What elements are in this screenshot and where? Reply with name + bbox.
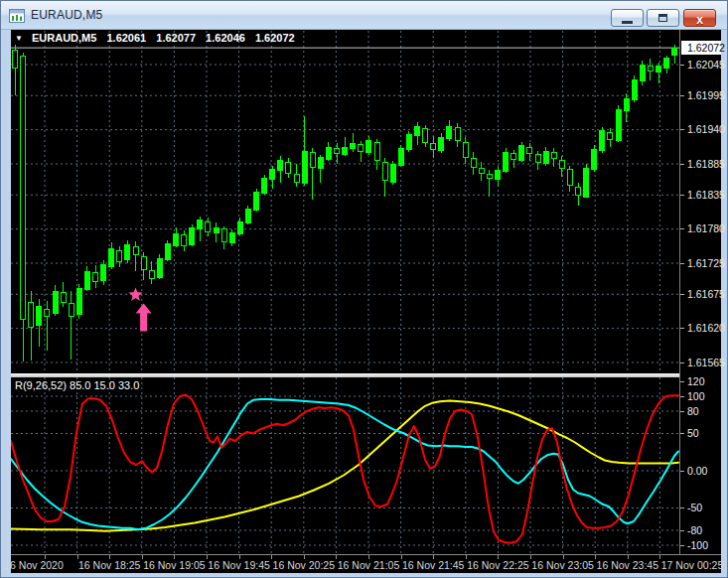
candle[interactable] xyxy=(511,153,516,159)
candle[interactable] xyxy=(214,227,218,232)
candle[interactable] xyxy=(182,235,187,246)
candle[interactable] xyxy=(504,152,509,171)
candle[interactable] xyxy=(535,155,540,163)
chevron-down-icon[interactable]: ▼ xyxy=(15,34,23,43)
candle[interactable] xyxy=(479,168,484,173)
price-scale[interactable]: 1.620451.619951.619401.618851.618351.617… xyxy=(680,30,721,554)
candle[interactable] xyxy=(463,142,468,157)
indicator-tick xyxy=(680,396,684,397)
candle[interactable] xyxy=(262,178,267,193)
indicator-tick xyxy=(680,530,684,531)
candle[interactable] xyxy=(221,229,226,242)
candle[interactable] xyxy=(326,147,331,159)
time-scale[interactable]: 16 Nov 202016 Nov 18:2516 Nov 19:0516 No… xyxy=(11,554,721,573)
indicator-pane[interactable] xyxy=(11,377,679,554)
candle[interactable] xyxy=(608,132,613,139)
candle[interactable] xyxy=(374,142,379,161)
candle[interactable] xyxy=(190,227,195,244)
candle[interactable] xyxy=(45,310,50,316)
candle[interactable] xyxy=(431,143,436,149)
candle[interactable] xyxy=(237,221,242,234)
candle[interactable] xyxy=(302,152,307,184)
candle[interactable] xyxy=(359,145,364,152)
candle[interactable] xyxy=(487,175,492,179)
candle[interactable] xyxy=(133,246,138,255)
candle[interactable] xyxy=(382,162,387,181)
candle[interactable] xyxy=(76,288,81,315)
candle[interactable] xyxy=(567,170,572,186)
indicator-label: R(9,26,52) 85.0 15.0 33.0 xyxy=(15,379,139,391)
candle[interactable] xyxy=(294,175,299,183)
candle[interactable] xyxy=(278,161,283,171)
candle[interactable] xyxy=(624,98,629,111)
candle[interactable] xyxy=(616,110,621,141)
candle[interactable] xyxy=(600,131,605,151)
candle[interactable] xyxy=(471,158,476,167)
candle[interactable] xyxy=(206,221,211,231)
candle[interactable] xyxy=(351,143,356,148)
candle[interactable] xyxy=(310,153,315,167)
candle[interactable] xyxy=(584,168,589,197)
candle[interactable] xyxy=(664,59,669,68)
candle[interactable] xyxy=(343,147,348,155)
candle[interactable] xyxy=(229,232,234,242)
candle[interactable] xyxy=(318,158,323,169)
close-button[interactable]: x xyxy=(683,9,716,27)
candle[interactable] xyxy=(415,127,420,136)
candle[interactable] xyxy=(174,234,179,246)
title-bar[interactable]: EURAUD,M5 x xyxy=(1,1,727,30)
candle[interactable] xyxy=(559,160,564,168)
candle[interactable] xyxy=(53,291,58,313)
candle[interactable] xyxy=(21,57,26,319)
candle[interactable] xyxy=(335,148,340,153)
main-price-chart[interactable] xyxy=(11,31,679,373)
candle[interactable] xyxy=(496,170,501,179)
candle[interactable] xyxy=(125,244,130,260)
candle[interactable] xyxy=(37,307,42,326)
candle[interactable] xyxy=(109,249,114,267)
candle[interactable] xyxy=(286,162,291,173)
candle[interactable] xyxy=(406,135,411,150)
candle[interactable] xyxy=(141,256,146,269)
open-value: 1.62061 xyxy=(106,32,146,44)
candle[interactable] xyxy=(101,265,106,281)
candle[interactable] xyxy=(640,65,645,81)
candle[interactable] xyxy=(527,147,532,153)
price-tick xyxy=(680,294,684,295)
candle[interactable] xyxy=(390,164,395,182)
candle[interactable] xyxy=(672,48,677,55)
candle[interactable] xyxy=(198,219,203,228)
candle[interactable] xyxy=(157,259,162,278)
candle[interactable] xyxy=(165,244,170,260)
candle[interactable] xyxy=(149,271,154,279)
chart-window: EURAUD,M5 x ▼ EURAUD,M5 1.62061 1.62077 … xyxy=(0,0,728,578)
candle[interactable] xyxy=(648,66,653,71)
candle[interactable] xyxy=(270,170,275,180)
candle[interactable] xyxy=(69,304,73,317)
candle[interactable] xyxy=(254,192,259,211)
candle[interactable] xyxy=(29,302,34,327)
candle[interactable] xyxy=(439,137,444,151)
candle[interactable] xyxy=(13,51,18,69)
candle[interactable] xyxy=(61,292,66,302)
indicator-axis-label: 120 xyxy=(687,375,705,387)
indicator-line-red xyxy=(11,395,678,543)
candle[interactable] xyxy=(423,128,428,142)
candle[interactable] xyxy=(543,152,548,164)
candle[interactable] xyxy=(245,210,250,223)
candle[interactable] xyxy=(592,150,597,170)
restore-button[interactable] xyxy=(647,9,679,27)
candle[interactable] xyxy=(455,128,460,141)
candle[interactable] xyxy=(632,80,637,100)
candle[interactable] xyxy=(576,187,581,196)
candle[interactable] xyxy=(117,251,122,262)
candle[interactable] xyxy=(447,127,452,139)
candle[interactable] xyxy=(84,271,89,289)
candle[interactable] xyxy=(656,67,661,72)
minimize-button[interactable] xyxy=(611,9,644,27)
candle[interactable] xyxy=(366,141,371,153)
candle[interactable] xyxy=(519,146,524,160)
candle[interactable] xyxy=(551,153,556,159)
candle[interactable] xyxy=(93,272,98,281)
candle[interactable] xyxy=(398,148,403,165)
